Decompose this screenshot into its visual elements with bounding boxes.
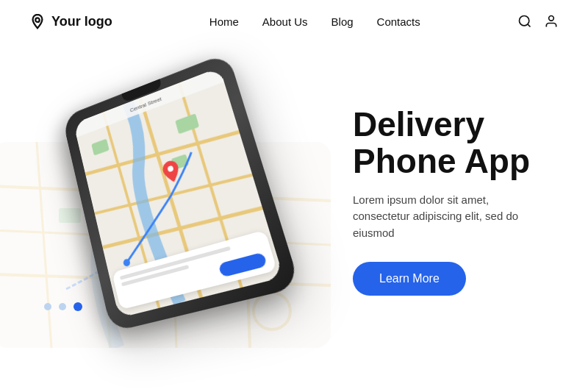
card-action-btn[interactable]: [218, 252, 268, 277]
hero-subtitle: Lorem ipsum dolor sit amet, consectetur …: [353, 192, 544, 242]
user-icon: [544, 14, 559, 29]
hero-section: Central Street: [0, 43, 588, 359]
svg-point-1: [519, 16, 528, 26]
carousel-dot-2[interactable]: [59, 303, 66, 310]
carousel-dot-1[interactable]: [44, 303, 51, 310]
hero-content: Delivery Phone App Lorem ipsum dolor sit…: [338, 106, 559, 296]
carousel-dots: [44, 302, 82, 311]
phone-illustration: Central Street: [15, 46, 338, 355]
user-button[interactable]: [544, 14, 559, 29]
map-content: Central Street: [74, 67, 284, 318]
phone-mockup: Central Street: [62, 52, 300, 332]
header: Your logo Home About Us Blog Contacts: [0, 0, 588, 43]
search-icon: [517, 14, 532, 29]
learn-more-button[interactable]: Learn More: [353, 262, 466, 296]
nav-contacts[interactable]: Contacts: [377, 15, 420, 28]
phone-screen: Central Street: [74, 67, 284, 318]
hero-title: Delivery Phone App: [353, 106, 559, 180]
carousel-dot-3[interactable]: [74, 302, 82, 311]
main-nav: Home About Us Blog Contacts: [209, 15, 420, 28]
phone-outer: Central Street: [62, 52, 300, 332]
nav-icons: [517, 14, 559, 29]
svg-point-2: [549, 16, 554, 21]
nav-about[interactable]: About Us: [262, 15, 308, 28]
search-button[interactable]: [517, 14, 532, 29]
svg-point-14: [254, 293, 290, 329]
svg-point-0: [35, 18, 40, 22]
logo[interactable]: Your logo: [29, 13, 112, 29]
svg-line-7: [37, 142, 51, 348]
nav-blog[interactable]: Blog: [331, 15, 354, 28]
nav-home[interactable]: Home: [209, 15, 239, 28]
svg-rect-11: [59, 208, 81, 223]
logo-text: Your logo: [51, 14, 112, 29]
logo-icon: [29, 13, 46, 29]
